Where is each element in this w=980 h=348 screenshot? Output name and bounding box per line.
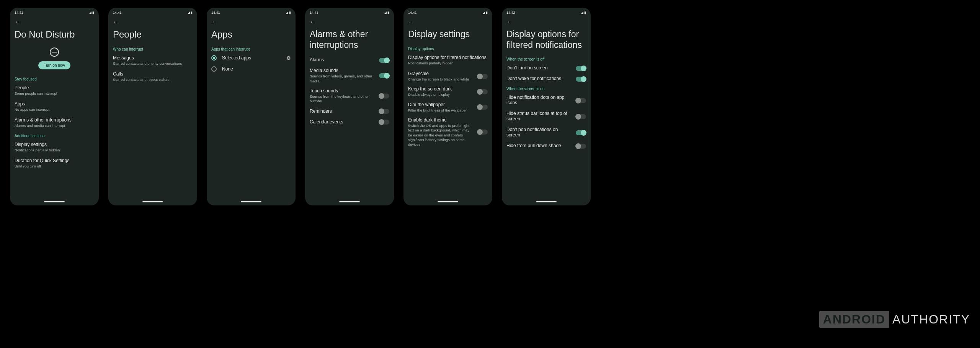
section-screen-on: When the screen is on bbox=[506, 87, 586, 91]
radio-none[interactable]: None bbox=[211, 66, 291, 72]
row-alarms[interactable]: Alarms bbox=[310, 57, 389, 63]
item-title: Media sounds bbox=[310, 68, 376, 73]
item-people[interactable]: People Some people can interrupt bbox=[15, 85, 94, 96]
row-reminders[interactable]: Reminders bbox=[310, 108, 389, 115]
row-dont-turn-on[interactable]: Don't turn on screen bbox=[506, 65, 586, 71]
row-hide-shade[interactable]: Hide from pull-down shade bbox=[506, 143, 586, 149]
toggle-hide-status[interactable] bbox=[576, 114, 586, 119]
page-title: Do Not Disturb bbox=[15, 29, 94, 40]
nav-pill[interactable] bbox=[44, 201, 65, 202]
battery-icon: ▮ bbox=[92, 11, 94, 15]
item-sub: Notifications partially hidden bbox=[408, 61, 488, 66]
row-calendar[interactable]: Calendar events bbox=[310, 119, 389, 125]
toggle-hide-dots[interactable] bbox=[576, 98, 586, 103]
item-title: Hide notification dots on app icons bbox=[506, 95, 573, 105]
nav-pill[interactable] bbox=[142, 201, 163, 202]
item-calls[interactable]: Calls Starred contacts and repeat caller… bbox=[113, 71, 193, 82]
toggle-media[interactable] bbox=[379, 73, 389, 78]
page-title: Apps bbox=[211, 29, 291, 40]
battery-icon: ▮ bbox=[584, 11, 586, 15]
radio-selected-apps[interactable]: Selected apps ⚙ bbox=[211, 55, 291, 61]
back-icon[interactable]: ← bbox=[506, 18, 512, 25]
item-title: Reminders bbox=[310, 108, 376, 114]
radio-icon bbox=[211, 55, 217, 61]
toggle-reminders[interactable] bbox=[379, 109, 389, 114]
item-title: Calls bbox=[113, 71, 193, 77]
wifi-icon: ◢ bbox=[384, 11, 387, 15]
item-title: Touch sounds bbox=[310, 88, 376, 94]
item-title: Display settings bbox=[15, 142, 94, 147]
battery-icon: ▮ bbox=[387, 11, 389, 15]
toggle-grayscale[interactable] bbox=[477, 74, 488, 79]
item-sub: Until you turn off bbox=[15, 164, 94, 169]
screen-alarms: 14:41 ◢ ▮ ← Alarms & other interruptions… bbox=[305, 8, 394, 205]
section-display-options: Display options bbox=[408, 47, 488, 51]
watermark: ANDROID AUTHORITY bbox=[819, 311, 970, 328]
radio-icon bbox=[211, 66, 217, 72]
row-hide-dots[interactable]: Hide notification dots on app icons bbox=[506, 95, 586, 106]
item-title: Calendar events bbox=[310, 119, 376, 125]
turn-on-button[interactable]: Turn on now bbox=[38, 61, 70, 69]
nav-pill[interactable] bbox=[241, 201, 261, 202]
item-title: People bbox=[15, 85, 94, 90]
screen-do-not-disturb: 14:41 ◢ ▮ ← Do Not Disturb Turn on now S… bbox=[10, 8, 99, 205]
watermark-authority: AUTHORITY bbox=[892, 312, 970, 327]
item-alarms[interactable]: Alarms & other interruptions Alarms and … bbox=[15, 117, 94, 128]
item-title: Alarms & other interruptions bbox=[15, 117, 94, 123]
row-dark-theme[interactable]: Enable dark theme Switch the OS and apps… bbox=[408, 117, 488, 147]
back-icon[interactable]: ← bbox=[113, 18, 119, 25]
status-bar: 14:41 ◢ ▮ bbox=[305, 8, 394, 16]
wifi-icon: ◢ bbox=[89, 11, 91, 15]
row-dont-pop[interactable]: Don't pop notifications on screen bbox=[506, 127, 586, 138]
wifi-icon: ◢ bbox=[581, 11, 583, 15]
toggle-alarms[interactable] bbox=[379, 58, 389, 63]
status-icons: ◢ ▮ bbox=[384, 11, 389, 15]
wifi-icon: ◢ bbox=[187, 11, 190, 15]
section-additional-actions: Additional actions bbox=[15, 134, 94, 138]
toggle-dark-theme[interactable] bbox=[477, 130, 488, 135]
status-icons: ◢ ▮ bbox=[581, 11, 586, 15]
row-grayscale[interactable]: Grayscale Change the screen to black and… bbox=[408, 71, 488, 82]
row-hide-status[interactable]: Hide status bar icons at top of screen bbox=[506, 111, 586, 122]
toggle-dim[interactable] bbox=[477, 105, 488, 110]
nav-pill[interactable] bbox=[339, 201, 360, 202]
row-touch-sounds[interactable]: Touch sounds Sounds from the keyboard an… bbox=[310, 88, 389, 104]
section-screen-off: When the screen is off bbox=[506, 57, 586, 61]
toggle-calendar[interactable] bbox=[379, 120, 389, 125]
item-duration[interactable]: Duration for Quick Settings Until you tu… bbox=[15, 158, 94, 169]
gear-icon[interactable]: ⚙ bbox=[286, 55, 291, 61]
row-dim-wallpaper[interactable]: Dim the wallpaper Filter the brightness … bbox=[408, 102, 488, 113]
toggle-dont-pop[interactable] bbox=[576, 130, 586, 135]
toggle-keep-dark[interactable] bbox=[477, 89, 488, 94]
watermark-android: ANDROID bbox=[819, 311, 889, 328]
item-title: Don't turn on screen bbox=[506, 65, 573, 71]
page-title: Display options for filtered notificatio… bbox=[506, 29, 586, 50]
item-filtered-options[interactable]: Display options for filtered notificatio… bbox=[408, 55, 488, 66]
nav-pill[interactable] bbox=[536, 201, 557, 202]
status-bar: 14:41 ◢ ▮ bbox=[10, 8, 99, 16]
item-apps[interactable]: Apps No apps can interrupt bbox=[15, 101, 94, 112]
status-icons: ◢ ▮ bbox=[286, 11, 291, 15]
row-keep-dark[interactable]: Keep the screen dark Disable always on d… bbox=[408, 86, 488, 97]
item-title: Don't wake for notifications bbox=[506, 76, 573, 81]
item-sub: Alarms and media can interrupt bbox=[15, 123, 94, 128]
page-title: Display settings bbox=[408, 29, 488, 40]
toggle-dont-wake[interactable] bbox=[576, 77, 586, 82]
back-icon[interactable]: ← bbox=[408, 18, 414, 25]
row-media-sounds[interactable]: Media sounds Sounds from videos, games, … bbox=[310, 68, 389, 84]
toggle-hide-shade[interactable] bbox=[576, 144, 586, 149]
toggle-touch[interactable] bbox=[379, 94, 389, 98]
back-icon[interactable]: ← bbox=[15, 18, 20, 25]
back-icon[interactable]: ← bbox=[211, 18, 217, 25]
item-sub: No apps can interrupt bbox=[15, 107, 94, 112]
nav-pill[interactable] bbox=[438, 201, 458, 202]
item-title: Apps bbox=[15, 101, 94, 107]
item-messages[interactable]: Messages Starred contacts and priority c… bbox=[113, 55, 193, 66]
page-title: Alarms & other interruptions bbox=[310, 29, 389, 50]
item-display-settings[interactable]: Display settings Notifications partially… bbox=[15, 142, 94, 153]
toggle-dont-turn-on[interactable] bbox=[576, 66, 586, 71]
item-title: Alarms bbox=[310, 57, 376, 62]
back-icon[interactable]: ← bbox=[310, 18, 315, 25]
row-dont-wake[interactable]: Don't wake for notifications bbox=[506, 76, 586, 82]
section-apps-interrupt: Apps that can interrupt bbox=[211, 47, 291, 51]
